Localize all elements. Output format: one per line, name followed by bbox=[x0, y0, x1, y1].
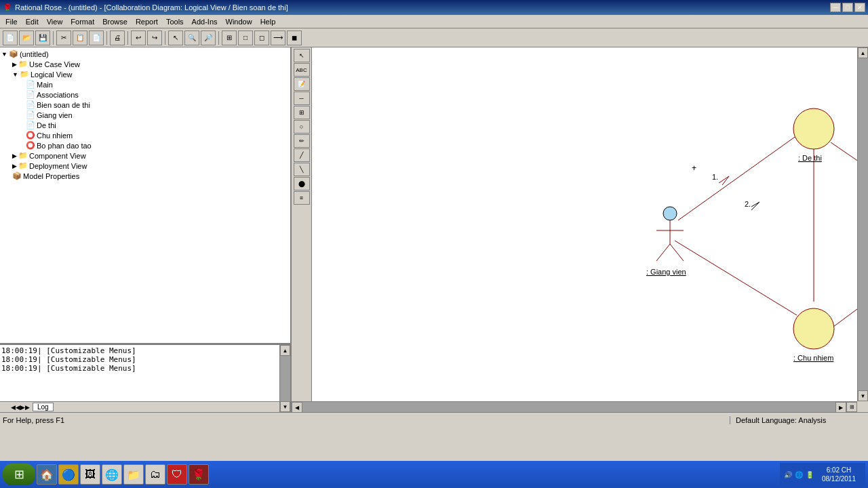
toolbar-redo[interactable]: ↪ bbox=[147, 30, 162, 45]
toolbar-zoomin[interactable]: 🔍 bbox=[184, 30, 199, 45]
minimize-button[interactable]: — bbox=[830, 3, 841, 12]
tray-icon-1: 🔊 bbox=[784, 471, 792, 479]
menu-window[interactable]: Window bbox=[222, 17, 256, 26]
diagram-canvas[interactable]: 1. 2. : De thi : Giang vien bbox=[312, 47, 868, 401]
log-tab[interactable]: Log bbox=[33, 403, 54, 411]
tree-componentview[interactable]: ▶ 📁 Component View bbox=[1, 150, 289, 161]
log-scroll-left2[interactable]: ◀ bbox=[16, 404, 20, 411]
vtool-select[interactable]: ↖ bbox=[294, 49, 310, 62]
diagram-vscroll[interactable]: ▲ ▼ bbox=[857, 47, 868, 401]
start-button[interactable]: ⊞ bbox=[3, 464, 35, 485]
toolbar-select[interactable]: ↖ bbox=[168, 30, 183, 45]
hscroll-left[interactable]: ◀ bbox=[292, 402, 302, 413]
taskbar-app-3[interactable]: 🖼 bbox=[80, 464, 100, 485]
log-line-3: 18:00:19| [Customizable Menus] bbox=[1, 364, 289, 373]
folder-icon-cv: 📁 bbox=[18, 151, 28, 160]
tree-logicalview[interactable]: ▼ 📁 Logical View bbox=[1, 69, 289, 79]
toolbar-undo[interactable]: ↩ bbox=[131, 30, 146, 45]
taskbar-app-7[interactable]: 🛡 bbox=[167, 464, 187, 485]
toolbar-extra1[interactable]: ◻ bbox=[254, 30, 269, 45]
pkg-icon-mp: 📦 bbox=[12, 171, 22, 180]
close-button[interactable]: ✕ bbox=[854, 3, 865, 12]
toolbar-snap[interactable]: ⊞ bbox=[222, 30, 237, 45]
log-scroll-right2[interactable]: ▶ bbox=[25, 404, 30, 411]
hscroll-right[interactable]: ▶ bbox=[835, 402, 846, 413]
vtool-anchor[interactable]: ─ bbox=[294, 92, 310, 105]
diagram-wrapper: ↖ ABC 📝 ─ ⊞ ○ ✏ ╱ ╲ ⬤ ≡ bbox=[292, 47, 868, 412]
tree-cv-label: Component View bbox=[29, 152, 86, 160]
vtool-fill[interactable]: ⬤ bbox=[294, 177, 310, 190]
vtool-text[interactable]: ABC bbox=[294, 63, 310, 77]
vtool-border[interactable]: ≡ bbox=[294, 191, 310, 205]
taskbar-app-8[interactable]: 🌹 bbox=[189, 464, 209, 485]
taskbar-app-6[interactable]: 🗂 bbox=[145, 464, 165, 485]
log-scroll-left[interactable]: ◀ bbox=[11, 404, 16, 411]
menu-addins[interactable]: Add-Ins bbox=[188, 17, 222, 26]
hscroll-corner: ⊞ bbox=[846, 402, 857, 412]
tree-root[interactable]: ▼ 📦 (untitled) bbox=[1, 49, 289, 59]
toolbar-new[interactable]: 📄 bbox=[3, 30, 18, 45]
toolbar-cut[interactable]: ✂ bbox=[56, 30, 71, 45]
tree-chunhiem[interactable]: ⭕ Chu nhiem bbox=[1, 130, 289, 140]
main-area: ▼ 📦 (untitled) ▶ 📁 Use Case View ▼ 📁 Log… bbox=[0, 47, 868, 412]
menu-report[interactable]: Report bbox=[132, 17, 162, 26]
app-icon: 🌹 bbox=[3, 3, 12, 12]
tree-dethi[interactable]: 📄 De thi bbox=[1, 120, 289, 130]
tree-biensoan[interactable]: 📄 Bien soan de thi bbox=[1, 100, 289, 110]
node-dethi-circle[interactable] bbox=[793, 108, 834, 149]
menu-view[interactable]: View bbox=[43, 17, 67, 26]
vtool-note[interactable]: 📝 bbox=[294, 77, 310, 91]
log-scroll-down[interactable]: ▼ bbox=[280, 401, 290, 412]
vtool-line2[interactable]: ╲ bbox=[294, 163, 310, 176]
doc-icon-bp: ⭕ bbox=[26, 141, 35, 150]
maximize-button[interactable]: □ bbox=[842, 3, 853, 12]
toolbar-layout[interactable]: □ bbox=[238, 30, 253, 45]
log-scroll-right[interactable]: ▶ bbox=[20, 404, 25, 411]
taskbar-app-2[interactable]: 🔵 bbox=[58, 464, 79, 485]
log-scroll-up[interactable]: ▲ bbox=[280, 345, 290, 356]
toolbar-paste[interactable]: 📄 bbox=[89, 30, 104, 45]
tree-deployview[interactable]: ▶ 📁 Deployment View bbox=[1, 161, 289, 171]
menu-help[interactable]: Help bbox=[256, 17, 280, 26]
menu-edit[interactable]: Edit bbox=[22, 17, 43, 26]
tree-associations[interactable]: 📄 Associations bbox=[1, 89, 289, 100]
taskbar-app-4[interactable]: 🌐 bbox=[102, 464, 122, 485]
toolbar-save[interactable]: 💾 bbox=[35, 30, 50, 45]
toolbar-extra3[interactable]: ◼ bbox=[287, 30, 302, 45]
log-panel: 18:00:19| [Customizable Menus] 18:00:19|… bbox=[0, 344, 290, 412]
toolbar-browse[interactable]: 🔎 bbox=[201, 30, 216, 45]
expand-icon-dv: ▶ bbox=[12, 163, 17, 169]
toolbar-open[interactable]: 📂 bbox=[19, 30, 34, 45]
toolbar-sep1 bbox=[53, 31, 54, 45]
tree-main[interactable]: 📄 Main bbox=[1, 79, 289, 89]
taskbar-app-1[interactable]: 🏠 bbox=[37, 464, 57, 485]
toolbar-print[interactable]: 🖨 bbox=[110, 30, 125, 45]
windows-logo: ⊞ bbox=[14, 467, 24, 482]
vscroll-down[interactable]: ▼ bbox=[858, 390, 868, 401]
vscroll-up[interactable]: ▲ bbox=[858, 47, 868, 58]
toolbar-extra2[interactable]: ⟶ bbox=[271, 30, 285, 45]
vtool-pen[interactable]: ✏ bbox=[294, 134, 310, 148]
menu-browse[interactable]: Browse bbox=[98, 17, 132, 26]
vtool-box[interactable]: ⊞ bbox=[294, 106, 310, 119]
vtool-object[interactable]: ○ bbox=[294, 120, 310, 134]
diagram-hscroll[interactable]: ◀ ▶ ⊞ bbox=[292, 401, 857, 412]
log-vscroll[interactable]: ▲ ▼ bbox=[279, 345, 290, 412]
tree-usecaseview[interactable]: ▶ 📁 Use Case View bbox=[1, 59, 289, 69]
tree-bophan[interactable]: ⭕ Bo phan dao tao bbox=[1, 140, 289, 150]
vtool-line1[interactable]: ╱ bbox=[294, 148, 310, 162]
menu-file[interactable]: File bbox=[1, 17, 22, 26]
node-cn-circle[interactable] bbox=[793, 308, 834, 349]
actor-gv-head[interactable] bbox=[663, 207, 677, 220]
taskbar-app-5[interactable]: 📁 bbox=[123, 464, 144, 485]
tree-modelprops[interactable]: 📦 Model Properties bbox=[1, 171, 289, 181]
taskbar: ⊞ 🏠 🔵 🖼 🌐 📁 🗂 🛡 🌹 🔊 🌐 🔋 6:02 CH 08/12/20… bbox=[0, 461, 868, 488]
tree-giangvien[interactable]: 📄 Giang vien bbox=[1, 110, 289, 120]
msg-label-1: 1. bbox=[712, 173, 718, 181]
tree-bp-label: Bo phan dao tao bbox=[37, 142, 92, 150]
menu-tools[interactable]: Tools bbox=[162, 17, 188, 26]
menu-format[interactable]: Format bbox=[66, 17, 98, 26]
sys-tray: 🔊 🌐 🔋 6:02 CH 08/12/2011 bbox=[780, 463, 865, 486]
link-gv-cn bbox=[675, 241, 797, 315]
toolbar-copy[interactable]: 📋 bbox=[73, 30, 87, 45]
